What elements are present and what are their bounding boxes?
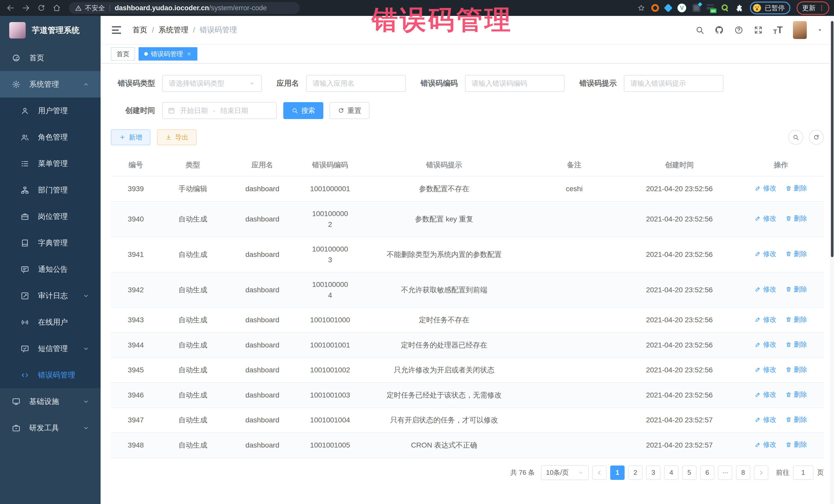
- page-size-select[interactable]: 10条/页: [541, 465, 589, 480]
- delete-link[interactable]: 删除: [786, 339, 807, 350]
- edit-link[interactable]: 修改: [755, 365, 776, 375]
- browser-forward-icon[interactable]: [22, 4, 30, 12]
- code-input[interactable]: [471, 80, 558, 88]
- sidebar-item-dashboard[interactable]: 首页: [0, 45, 101, 71]
- trash-icon: [786, 442, 792, 448]
- hint-input[interactable]: [631, 80, 717, 88]
- page-button[interactable]: 8: [736, 465, 750, 480]
- cell-code: 100100000 3: [300, 237, 360, 272]
- extension-icon-on-switch[interactable]: on: [707, 4, 715, 12]
- hamburger-icon[interactable]: [112, 26, 121, 34]
- next-page-button[interactable]: [754, 465, 768, 480]
- content: 错误码类型 请选择错误码类型 应用名 错误码编码: [101, 64, 834, 504]
- delete-link[interactable]: 删除: [786, 183, 807, 193]
- scrollbar[interactable]: [830, 16, 834, 504]
- edit-link[interactable]: 修改: [755, 339, 776, 350]
- delete-link[interactable]: 删除: [786, 214, 807, 223]
- profile-paused-pill[interactable]: 已暂停: [750, 2, 790, 14]
- extensions-puzzle-icon[interactable]: [736, 4, 744, 12]
- url-bar[interactable]: 不安全 dashboard.yudao.iocoder.cn/system/er…: [69, 2, 300, 14]
- breadcrumb-item[interactable]: 系统管理: [159, 25, 188, 35]
- help-icon[interactable]: [734, 25, 743, 35]
- chevron-icon: [83, 345, 89, 352]
- cell-code: 1001001005: [300, 433, 360, 458]
- edit-link[interactable]: 修改: [755, 249, 776, 259]
- user-avatar[interactable]: [793, 21, 807, 39]
- page-button[interactable]: 2: [628, 465, 642, 480]
- sidebar-item-org-tree[interactable]: 部门管理: [0, 177, 101, 203]
- delete-link[interactable]: 删除: [786, 249, 807, 259]
- delete-link[interactable]: 删除: [786, 365, 807, 375]
- font-size-icon[interactable]: TT: [773, 25, 783, 36]
- view-tag[interactable]: 错误码管理: [138, 47, 197, 61]
- browser-home-icon[interactable]: [52, 4, 61, 12]
- edit-icon: [755, 416, 761, 423]
- edit-link[interactable]: 修改: [755, 440, 776, 450]
- table-row: 3942 自动生成 dashboard 100100000 4 不允许获取敏感配…: [111, 272, 824, 308]
- extension-icon-orange[interactable]: [651, 4, 659, 12]
- sidebar-item-users[interactable]: 角色管理: [0, 124, 101, 150]
- github-icon[interactable]: [715, 25, 724, 35]
- sidebar-item-code[interactable]: 错误码管理: [0, 362, 101, 388]
- cell-id: 3939: [111, 176, 161, 201]
- delete-link[interactable]: 删除: [786, 415, 807, 425]
- breadcrumb-item[interactable]: 错误码管理: [200, 25, 237, 35]
- extension-icon-gem[interactable]: [664, 4, 673, 12]
- edit-link[interactable]: 修改: [755, 415, 776, 425]
- fullscreen-icon[interactable]: [754, 25, 763, 35]
- sidebar-item-gear[interactable]: 系统管理: [0, 71, 101, 97]
- date-range-input[interactable]: 开始日期 - 结束日期: [162, 102, 277, 119]
- delete-link[interactable]: 删除: [786, 390, 807, 399]
- page-button[interactable]: 5: [682, 465, 697, 480]
- close-icon[interactable]: [186, 51, 192, 57]
- sidebar-item-online-user[interactable]: 在线用户: [0, 309, 101, 335]
- add-button[interactable]: 新增: [111, 129, 150, 145]
- page-button[interactable]: 3: [646, 465, 660, 480]
- delete-link[interactable]: 删除: [786, 314, 807, 325]
- breadcrumb-item[interactable]: 首页: [132, 25, 147, 35]
- page-button[interactable]: 1: [610, 465, 624, 480]
- type-select[interactable]: 请选择错误码类型: [162, 75, 262, 92]
- sidebar-item-dev-tools[interactable]: 研发工具: [0, 415, 101, 441]
- sidebar-item-sms[interactable]: 短信管理: [0, 335, 101, 362]
- extension-icon-vue-devtools[interactable]: V: [678, 4, 686, 12]
- browser-back-icon[interactable]: [6, 4, 15, 12]
- sidebar-item-audit-log[interactable]: 审计日志: [0, 283, 101, 309]
- cell-actions: 修改 删除: [738, 201, 824, 237]
- sidebar-item-user[interactable]: 用户管理: [0, 97, 101, 124]
- sidebar-item-infrastructure[interactable]: 基础设施: [0, 388, 101, 415]
- sidebar-item-briefcase[interactable]: 岗位管理: [0, 203, 101, 230]
- search-button[interactable]: 搜索: [283, 102, 323, 119]
- browser-menu-icon[interactable]: [818, 4, 825, 12]
- page-more-button[interactable]: [718, 465, 732, 480]
- browser-update-button[interactable]: 更新: [796, 1, 829, 15]
- extension-icon-grid[interactable]: [692, 4, 701, 12]
- sidebar-item-dictionary[interactable]: 字典管理: [0, 230, 101, 256]
- edit-link[interactable]: 修改: [755, 284, 776, 294]
- browser-reload-icon[interactable]: [37, 4, 46, 12]
- sidebar-item-announcement[interactable]: 通知公告: [0, 256, 101, 283]
- view-tag[interactable]: 首页: [111, 47, 135, 61]
- edit-link[interactable]: 修改: [755, 183, 776, 193]
- page-button[interactable]: 6: [700, 465, 715, 480]
- refresh-table-button[interactable]: [809, 130, 824, 145]
- extension-icon-key[interactable]: [721, 4, 729, 12]
- scrollbar-thumb[interactable]: [831, 21, 833, 257]
- bookmark-star-icon[interactable]: [637, 4, 645, 12]
- logo[interactable]: 芋道管理系统: [0, 16, 101, 45]
- goto-page-input[interactable]: [793, 465, 813, 480]
- edit-link[interactable]: 修改: [755, 314, 776, 325]
- delete-link[interactable]: 删除: [786, 440, 807, 450]
- sidebar-item-menu-list[interactable]: 菜单管理: [0, 150, 101, 177]
- edit-link[interactable]: 修改: [755, 214, 776, 223]
- search-icon[interactable]: [695, 25, 704, 35]
- avatar-caret-down-icon[interactable]: [817, 27, 823, 33]
- toggle-search-button[interactable]: [788, 130, 803, 145]
- app-input[interactable]: [313, 80, 399, 88]
- page-button[interactable]: 4: [664, 465, 679, 480]
- export-button[interactable]: 导出: [157, 129, 197, 145]
- delete-link[interactable]: 删除: [786, 284, 807, 294]
- reset-button[interactable]: 重置: [329, 102, 370, 119]
- edit-link[interactable]: 修改: [755, 390, 776, 399]
- prev-page-button[interactable]: [592, 465, 607, 480]
